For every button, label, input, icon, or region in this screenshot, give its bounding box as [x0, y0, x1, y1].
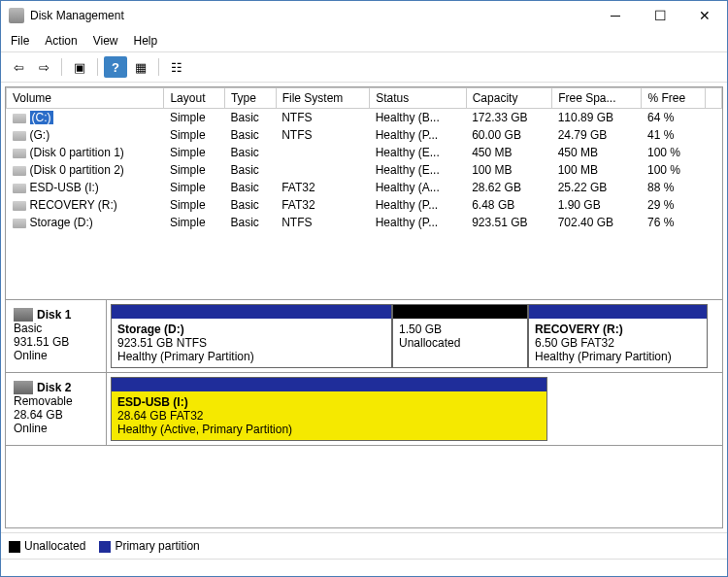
disk-header[interactable]: Disk 1Basic931.51 GBOnline: [6, 300, 107, 372]
legend: UnallocatedPrimary partition: [1, 532, 727, 559]
disk-icon: [14, 381, 33, 394]
partition-cell[interactable]: Storage (D:)923.51 GB NTFSHealthy (Prima…: [111, 304, 392, 368]
disk-row[interactable]: Disk 1Basic931.51 GBOnlineStorage (D:)92…: [6, 300, 722, 373]
disk-header[interactable]: Disk 2Removable28.64 GBOnline: [6, 373, 107, 445]
toolbar: ⇦ ⇨ ▣ ? ▦ ☷: [1, 52, 727, 83]
col-header[interactable]: Volume: [7, 88, 164, 109]
col-header[interactable]: Capacity: [466, 88, 551, 109]
legend-item: Primary partition: [99, 539, 199, 553]
volume-row[interactable]: (Disk 0 partition 1)SimpleBasicHealthy (…: [7, 144, 722, 161]
nav-back-button[interactable]: ⇦: [7, 56, 30, 78]
toolbar-separator: [97, 58, 98, 76]
volume-row[interactable]: (G:)SimpleBasicNTFSHealthy (P...60.00 GB…: [7, 126, 722, 144]
titlebar[interactable]: Disk Management ─ ☐ ✕: [1, 1, 727, 30]
col-header[interactable]: Layout: [164, 88, 225, 109]
volume-row[interactable]: RECOVERY (R:)SimpleBasicFAT32Healthy (P.…: [7, 196, 722, 214]
volume-row[interactable]: (Disk 0 partition 2)SimpleBasicHealthy (…: [7, 161, 722, 179]
volumes-panel[interactable]: VolumeLayoutTypeFile SystemStatusCapacit…: [5, 86, 723, 300]
menubar: FileActionViewHelp: [1, 30, 727, 52]
menu-help[interactable]: Help: [134, 34, 158, 48]
partition-cell[interactable]: RECOVERY (R:)6.50 GB FAT32Healthy (Prima…: [528, 304, 708, 368]
col-header[interactable]: % Free: [642, 88, 706, 109]
window-title: Disk Management: [9, 8, 593, 23]
col-header[interactable]: Free Spa...: [552, 88, 642, 109]
partition-cell[interactable]: ESD-USB (I:)28.64 GB FAT32Healthy (Activ…: [111, 377, 547, 441]
close-button[interactable]: ✕: [682, 1, 727, 30]
disks-panel[interactable]: Disk 1Basic931.51 GBOnlineStorage (D:)92…: [5, 300, 723, 528]
minimize-button[interactable]: ─: [593, 1, 638, 30]
disk-icon: [14, 308, 33, 322]
legend-item: Unallocated: [9, 539, 85, 553]
app-icon: [9, 8, 24, 23]
toolbar-separator: [158, 58, 159, 76]
menu-file[interactable]: File: [11, 34, 29, 48]
volumes-body: (C:)SimpleBasicNTFSHealthy (B...172.33 G…: [7, 109, 722, 232]
volume-row[interactable]: (C:)SimpleBasicNTFSHealthy (B...172.33 G…: [7, 109, 722, 127]
layout-button[interactable]: ▦: [129, 56, 152, 78]
menu-view[interactable]: View: [93, 34, 118, 48]
list-button[interactable]: ☷: [165, 56, 188, 78]
volume-row[interactable]: Storage (D:)SimpleBasicNTFSHealthy (P...…: [7, 214, 722, 231]
col-header[interactable]: File System: [276, 88, 370, 109]
col-header[interactable]: Type: [224, 88, 276, 109]
volume-row[interactable]: ESD-USB (I:)SimpleBasicFAT32Healthy (A..…: [7, 179, 722, 196]
disk-row[interactable]: Disk 2Removable28.64 GBOnlineESD-USB (I:…: [6, 373, 722, 446]
properties-button[interactable]: ▣: [68, 56, 91, 78]
statusbar: [1, 559, 727, 576]
volumes-header-row[interactable]: VolumeLayoutTypeFile SystemStatusCapacit…: [7, 88, 722, 109]
nav-forward-button[interactable]: ⇨: [32, 56, 55, 78]
window-title-text: Disk Management: [30, 9, 124, 22]
partition-cell[interactable]: 1.50 GBUnallocated: [392, 304, 528, 368]
maximize-button[interactable]: ☐: [638, 1, 682, 30]
col-header[interactable]: Status: [370, 88, 467, 109]
help-button[interactable]: ?: [104, 56, 127, 78]
menu-action[interactable]: Action: [45, 34, 77, 48]
toolbar-separator: [61, 58, 62, 76]
